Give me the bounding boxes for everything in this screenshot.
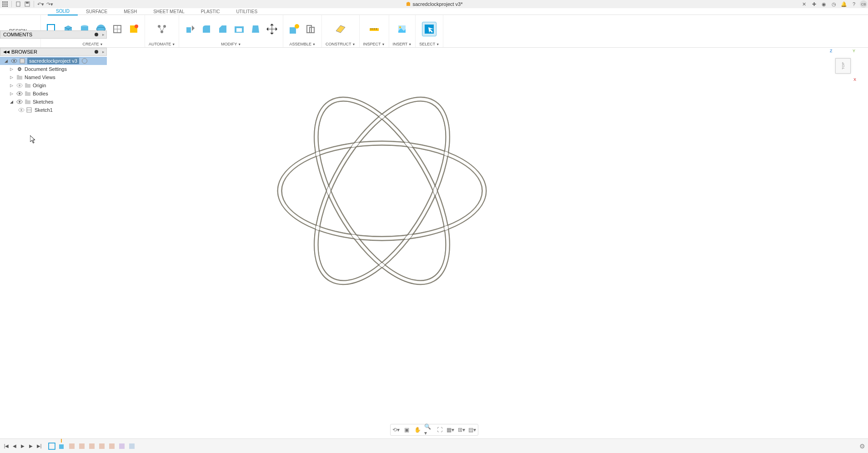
timeline-back[interactable]: ◀ xyxy=(11,443,18,450)
notifications-icon[interactable]: 🔔 xyxy=(840,0,848,8)
svg-point-47 xyxy=(290,93,475,289)
chamfer-icon[interactable] xyxy=(216,22,230,36)
timeline-forward[interactable]: ▶ xyxy=(27,443,35,450)
shell-icon[interactable] xyxy=(232,22,246,36)
activate-radio[interactable] xyxy=(82,58,87,64)
fillet-icon[interactable] xyxy=(199,22,214,36)
tab-sheetmetal[interactable]: SHEET METAL xyxy=(145,8,193,15)
menubar: ↶▾ ↷▾ sacredclockproject v3* ✕ ✚ ◉ ◷ 🔔 ?… xyxy=(0,0,868,8)
model-geometry[interactable] xyxy=(275,93,489,289)
canvas[interactable] xyxy=(0,48,868,426)
svg-point-25 xyxy=(158,25,161,28)
visibility-icon[interactable] xyxy=(16,99,23,105)
svg-rect-11 xyxy=(26,2,29,4)
visibility-icon[interactable] xyxy=(16,82,23,89)
measure-icon[interactable] xyxy=(367,22,381,36)
tree-origin[interactable]: ▷ Origin xyxy=(0,81,107,90)
tree-sketches[interactable]: ◢ Sketches xyxy=(0,98,107,106)
feature-5[interactable] xyxy=(87,442,96,451)
automate-group: AUTOMATE▼ xyxy=(145,15,179,47)
viewcube[interactable]: TOP Y X Z xyxy=(832,52,854,80)
tab-plastic[interactable]: PLASTIC xyxy=(193,8,228,15)
feature-7[interactable] xyxy=(107,442,116,451)
automate-icon[interactable] xyxy=(155,22,169,36)
redo-icon[interactable]: ↷▾ xyxy=(45,0,54,8)
help-icon[interactable]: ? xyxy=(850,0,858,8)
apps-icon[interactable] xyxy=(1,0,9,8)
modify-label[interactable]: MODIFY▼ xyxy=(221,42,241,46)
orbit-icon[interactable]: ⟲▾ xyxy=(391,425,401,434)
component-icon[interactable] xyxy=(287,22,301,36)
extension-icon[interactable]: ◉ xyxy=(820,0,828,8)
undo-icon[interactable]: ↶▾ xyxy=(36,0,45,8)
tree-root[interactable]: ◢ sacredclockproject v3 xyxy=(0,57,107,65)
tree-document-settings[interactable]: ▷ ⚙ Document Settings xyxy=(0,65,107,73)
close-tab-icon[interactable]: ✕ xyxy=(800,0,808,8)
visibility-icon[interactable] xyxy=(18,107,25,113)
select-icon[interactable] xyxy=(422,22,437,36)
coil-icon[interactable] xyxy=(126,22,141,36)
timeline-play[interactable]: ▶ xyxy=(19,443,26,450)
torus-icon[interactable] xyxy=(110,22,125,36)
plane-icon[interactable] xyxy=(333,22,348,36)
insert-icon[interactable] xyxy=(395,22,409,36)
tab-mesh[interactable]: MESH xyxy=(115,8,145,15)
timeline-settings-icon[interactable]: ⚙ xyxy=(859,443,865,450)
zoom-icon[interactable]: 🔍▾ xyxy=(424,425,433,434)
draft-icon[interactable] xyxy=(248,22,263,36)
comments-settings-icon[interactable] xyxy=(95,33,98,36)
add-tab-icon[interactable]: ✚ xyxy=(810,0,818,8)
tab-surface[interactable]: SURFACE xyxy=(78,8,115,15)
file-icon[interactable] xyxy=(14,0,22,8)
feature-sketch[interactable] xyxy=(47,442,56,451)
tree-named-views[interactable]: ▷ Named Views xyxy=(0,73,107,81)
svg-rect-68 xyxy=(25,92,30,96)
tab-solid[interactable]: SOLID xyxy=(48,8,78,15)
menubar-right: ✕ ✚ ◉ ◷ 🔔 ? CB xyxy=(800,0,867,8)
svg-rect-28 xyxy=(186,27,191,33)
joint-icon[interactable] xyxy=(303,22,318,36)
viewports-icon[interactable]: ▤▾ xyxy=(468,425,477,434)
timeline-start[interactable]: |◀ xyxy=(3,443,10,450)
presspull-icon[interactable] xyxy=(183,22,197,36)
visibility-icon[interactable] xyxy=(11,58,17,64)
displaystyle-icon[interactable]: ▦▾ xyxy=(446,425,455,434)
insert-label[interactable]: INSERT▼ xyxy=(393,42,412,46)
svg-rect-78 xyxy=(49,443,55,449)
jobs-icon[interactable]: ◷ xyxy=(830,0,838,8)
feature-8[interactable] xyxy=(117,442,126,451)
viewcube-face[interactable]: TOP xyxy=(835,58,851,74)
lookat-icon[interactable]: ▣ xyxy=(402,425,411,434)
tree-bodies[interactable]: ▷ Bodies xyxy=(0,90,107,98)
construct-label[interactable]: CONSTRUCT▼ xyxy=(326,42,355,46)
feature-extrude[interactable] xyxy=(57,442,66,451)
visibility-icon[interactable] xyxy=(16,90,23,97)
construct-group: CONSTRUCT▼ xyxy=(322,15,359,47)
timeline-end[interactable]: ▶| xyxy=(35,443,43,450)
automate-label[interactable]: AUTOMATE▼ xyxy=(149,42,175,46)
fit-icon[interactable]: ⛶ xyxy=(435,425,444,434)
svg-point-43 xyxy=(399,26,401,28)
browser-settings-icon[interactable] xyxy=(95,50,98,54)
save-icon[interactable] xyxy=(23,0,31,8)
svg-rect-80 xyxy=(69,443,75,449)
browser-header[interactable]: ◀◀ BROWSER ▸ xyxy=(0,48,107,56)
feature-3[interactable] xyxy=(67,442,76,451)
create-label[interactable]: CREATE▼ xyxy=(83,42,103,46)
tree-sketch1[interactable]: Sketch1 xyxy=(0,106,107,114)
feature-6[interactable] xyxy=(97,442,106,451)
inspect-label[interactable]: INSPECT▼ xyxy=(363,42,385,46)
user-avatar[interactable]: CB xyxy=(860,0,867,8)
tab-utilities[interactable]: UTILITIES xyxy=(228,8,266,15)
select-label[interactable]: SELECT▼ xyxy=(419,42,439,46)
assemble-label[interactable]: ASSEMBLE▼ xyxy=(289,42,315,46)
comments-panel[interactable]: COMMENTS ▸ xyxy=(0,30,107,39)
move-icon[interactable] xyxy=(265,22,279,36)
feature-4[interactable] xyxy=(77,442,86,451)
select-group: SELECT▼ xyxy=(416,15,443,47)
grid-icon[interactable]: ⊞▾ xyxy=(457,425,466,434)
ribbon-toolbar: DESIGN▼ CREATE▼ AUTOMATE▼ MODIFY▼ xyxy=(0,15,868,48)
pan-icon[interactable]: ✋ xyxy=(413,425,422,434)
svg-rect-69 xyxy=(25,91,27,93)
feature-9[interactable] xyxy=(127,442,136,451)
